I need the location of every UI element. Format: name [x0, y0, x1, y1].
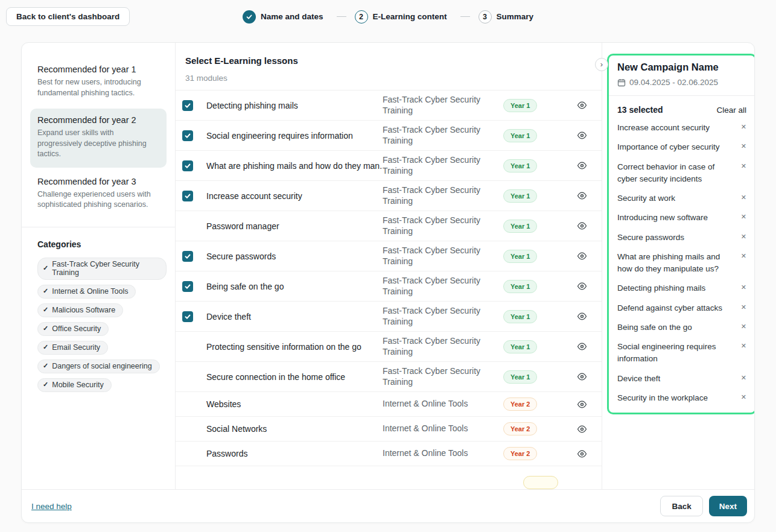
category-chip-label: Mobile Security: [52, 381, 103, 389]
eye-icon: [577, 282, 587, 290]
lesson-title: What are phishing mails and how do they …: [206, 161, 383, 171]
year-badge: Year 1: [503, 250, 537, 263]
category-chip-label: Office Security: [52, 325, 101, 333]
check-icon: ✓: [43, 287, 48, 295]
recommendation-item[interactable]: Recommended for year 2 Expand user skill…: [30, 109, 167, 168]
lesson-checkbox[interactable]: [182, 399, 193, 410]
selected-lesson-item: Defend against cyber attacks ✕: [617, 302, 746, 314]
stepper-step[interactable]: 2 E-Learning content: [355, 10, 452, 24]
selected-lesson-item: Security in the workplace ✕: [617, 392, 746, 404]
remove-icon[interactable]: ✕: [741, 373, 746, 385]
preview-button[interactable]: [564, 312, 600, 320]
remove-icon[interactable]: ✕: [741, 122, 746, 134]
remove-icon[interactable]: ✕: [741, 251, 746, 276]
lesson-checkbox[interactable]: [182, 130, 193, 141]
check-icon: [184, 132, 191, 139]
lesson-category: Fast-Track Cyber Security Training: [383, 125, 503, 146]
clear-all-button[interactable]: Clear all: [716, 106, 746, 115]
preview-button[interactable]: [564, 282, 600, 290]
preview-button[interactable]: [564, 425, 600, 433]
preview-button[interactable]: [564, 192, 600, 200]
wizard-stepper: Name and dates 2 E-Learning content 3 Su…: [243, 10, 533, 24]
lesson-category: Fast-Track Cyber Security Training: [383, 215, 503, 236]
remove-icon[interactable]: ✕: [741, 392, 746, 404]
lesson-checkbox[interactable]: [182, 448, 193, 459]
lesson-row: Detecting phishing mails Fast-Track Cybe…: [176, 90, 602, 121]
check-icon: [184, 253, 191, 260]
lesson-checkbox[interactable]: [182, 251, 193, 262]
stepper-step[interactable]: Name and dates: [243, 10, 328, 24]
check-icon: [184, 192, 191, 200]
lesson-category: Internet & Online Tools: [383, 448, 503, 459]
remove-icon[interactable]: ✕: [741, 341, 746, 366]
year-badge: Year 2: [503, 447, 537, 460]
lesson-checkbox[interactable]: [182, 372, 193, 382]
remove-icon[interactable]: ✕: [741, 141, 746, 153]
category-chip[interactable]: ✓ Mobile Security: [37, 378, 112, 392]
lesson-checkbox[interactable]: [182, 476, 193, 487]
lesson-checkbox[interactable]: [182, 423, 193, 434]
remove-icon[interactable]: ✕: [741, 282, 746, 294]
year-badge: Year 1: [503, 159, 537, 173]
preview-button[interactable]: [564, 222, 600, 230]
preview-button[interactable]: [564, 131, 600, 139]
year-badge: [523, 476, 558, 489]
year-badge: Year 1: [503, 189, 537, 203]
collapse-panel-button chevron-right-icon[interactable]: ›: [595, 58, 608, 71]
next-button[interactable]: Next: [709, 496, 747, 516]
category-chip[interactable]: ✓ Malicious Software: [37, 303, 123, 317]
lesson-category: Fast-Track Cyber Security Training: [383, 276, 503, 297]
category-chip[interactable]: ✓ Email Security: [37, 341, 108, 355]
top-bar: Back to client's dashboard Name and date…: [0, 0, 776, 33]
recommendation-item[interactable]: Recommended for year 1 Best for new user…: [30, 58, 167, 106]
lesson-category: Fast-Track Cyber Security Training: [383, 185, 503, 206]
lesson-checkbox[interactable]: [182, 160, 193, 171]
lesson-checkbox[interactable]: [182, 311, 193, 322]
lessons-header: Select E-Learning lessons 31 modules: [176, 43, 602, 90]
year-badge: Year 1: [503, 99, 537, 112]
lesson-checkbox[interactable]: [182, 191, 193, 201]
eye-icon: [577, 101, 587, 109]
recommendation-item[interactable]: Recommended for year 3 Challenge experie…: [30, 170, 167, 218]
summary-column: New Campaign Name 09.04.2025 - 02.06.202…: [602, 43, 754, 489]
category-chip[interactable]: ✓ Office Security: [37, 322, 109, 336]
preview-button[interactable]: [564, 162, 600, 169]
preview-button[interactable]: [564, 343, 600, 350]
preview-button[interactable]: [564, 101, 600, 109]
recommendation-title: Recommended for year 3: [37, 177, 159, 186]
remove-icon[interactable]: ✕: [741, 321, 746, 334]
year-badge: Year 1: [503, 340, 537, 353]
lesson-checkbox[interactable]: [182, 221, 193, 232]
check-icon: ✓: [43, 325, 48, 332]
step-label: E-Learning content: [373, 12, 447, 21]
category-chip[interactable]: ✓ Dangers of social engineering: [37, 359, 160, 373]
step-connector: [460, 16, 470, 17]
check-icon: ✓: [43, 343, 48, 351]
category-chip[interactable]: ✓ Internet & Online Tools: [37, 285, 136, 299]
remove-icon[interactable]: ✕: [741, 192, 746, 204]
selected-lesson-label: What are phishing mails and how do they …: [617, 251, 741, 276]
back-to-dashboard-button[interactable]: Back to client's dashboard: [6, 7, 130, 26]
campaign-date-range: 09.04.2025 - 02.06.2025: [629, 78, 718, 87]
sidebar-divider: [22, 227, 175, 227]
back-button[interactable]: Back: [660, 496, 702, 516]
lesson-title: Increase account security: [206, 191, 383, 201]
preview-button[interactable]: [564, 401, 600, 408]
lesson-checkbox[interactable]: [182, 100, 193, 111]
category-chip[interactable]: ✓ Fast-Track Cyber Security Training: [37, 258, 167, 280]
help-link[interactable]: I need help: [31, 502, 72, 511]
lesson-category: Fast-Track Cyber Security Training: [383, 336, 503, 357]
preview-button[interactable]: [564, 373, 600, 381]
year-badge: Year 1: [503, 370, 537, 384]
lesson-title: Passwords: [206, 449, 383, 458]
remove-icon[interactable]: ✕: [741, 161, 746, 186]
lessons-panel: Select E-Learning lessons 31 modules Det…: [176, 43, 602, 489]
preview-button[interactable]: [564, 450, 600, 458]
remove-icon[interactable]: ✕: [741, 302, 746, 314]
stepper-step[interactable]: 3 Summary: [479, 10, 534, 24]
preview-button[interactable]: [564, 252, 600, 260]
lesson-checkbox[interactable]: [182, 341, 193, 352]
remove-icon[interactable]: ✕: [741, 212, 746, 224]
remove-icon[interactable]: ✕: [741, 232, 746, 244]
lesson-checkbox[interactable]: [182, 281, 193, 292]
